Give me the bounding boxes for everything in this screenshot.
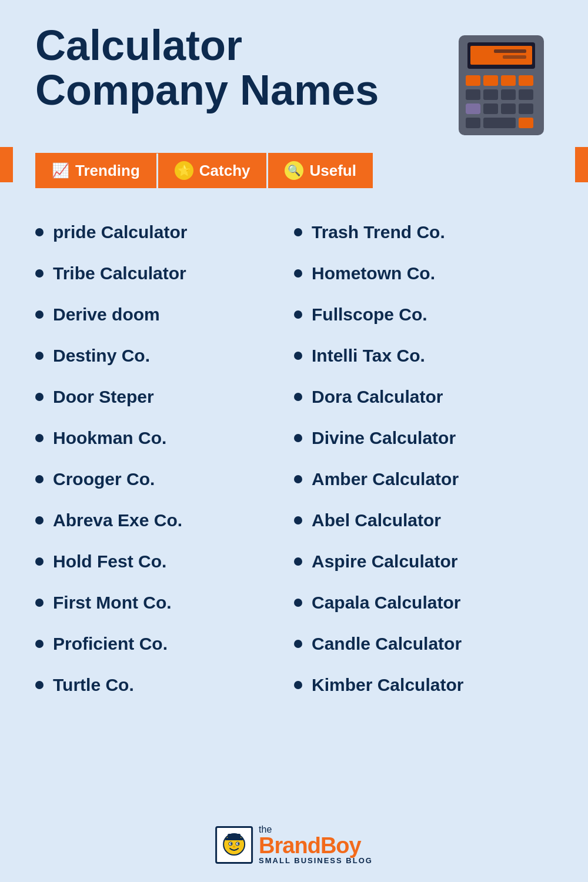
svg-rect-10: [483, 89, 498, 100]
page: Calculator Company Names: [0, 0, 588, 882]
tag-trending[interactable]: 📈 Trending: [35, 153, 158, 188]
svg-rect-9: [466, 89, 480, 100]
bullet-icon: [294, 557, 302, 566]
bullet-icon: [294, 269, 302, 278]
bullet-icon: [35, 393, 44, 401]
svg-rect-14: [483, 103, 498, 114]
list-item: Amber Calculator: [294, 459, 553, 500]
svg-rect-8: [519, 75, 533, 86]
bullet-icon: [35, 310, 44, 319]
tag-catchy-label: Catchy: [199, 162, 250, 180]
brand-icon: [215, 826, 253, 864]
bullet-icon: [294, 434, 302, 442]
right-accent: [575, 147, 588, 182]
svg-rect-7: [501, 75, 516, 86]
list-item: Door Steper: [35, 376, 294, 417]
list-item: Aspire Calculator: [294, 541, 553, 582]
svg-rect-5: [466, 75, 480, 86]
bullet-icon: [294, 475, 302, 483]
list-item: Tribe Calculator: [35, 253, 294, 294]
list-item: First Mont Co.: [35, 582, 294, 623]
bullet-icon: [35, 557, 44, 566]
svg-rect-11: [501, 89, 516, 100]
brand-text: the BrandBoy SMALL BUSINESS BLOG: [259, 825, 373, 864]
bullet-icon: [35, 640, 44, 648]
svg-point-26: [230, 843, 232, 844]
trending-icon: 📈: [52, 162, 69, 179]
svg-rect-15: [501, 103, 516, 114]
bullet-icon: [35, 475, 44, 483]
brand-name-label: BrandBoy: [259, 834, 373, 857]
bullet-icon: [35, 269, 44, 278]
bullet-icon: [294, 681, 302, 689]
catchy-icon: ⭐: [175, 161, 193, 180]
svg-rect-20: [466, 103, 480, 114]
svg-rect-18: [483, 118, 516, 128]
footer: the BrandBoy SMALL BUSINESS BLOG: [215, 825, 373, 864]
bullet-icon: [294, 640, 302, 648]
bullet-icon: [35, 599, 44, 607]
svg-rect-12: [519, 89, 533, 100]
bullet-icon: [294, 599, 302, 607]
list-item: Hometown Co.: [294, 253, 553, 294]
list-item: Abreva Exe Co.: [35, 500, 294, 541]
tags-bar: 📈 Trending ⭐ Catchy 🔍 Useful: [35, 153, 373, 188]
svg-rect-4: [503, 55, 526, 59]
list-item: Capala Calculator: [294, 582, 553, 623]
calculator-icon: [447, 29, 553, 141]
list-item: Destiny Co.: [35, 335, 294, 376]
list-item: Proficient Co.: [35, 623, 294, 664]
svg-rect-17: [466, 118, 480, 128]
list-item: Divine Calculator: [294, 417, 553, 459]
list-item: Candle Calculator: [294, 623, 553, 664]
bullet-icon: [35, 681, 44, 689]
svg-rect-19: [519, 118, 533, 128]
list-item: Trash Trend Co.: [294, 212, 553, 253]
bullet-icon: [35, 228, 44, 236]
names-grid: pride Calculator Tribe Calculator Derive…: [35, 212, 553, 706]
brand-logo: the BrandBoy SMALL BUSINESS BLOG: [215, 825, 373, 864]
list-item: Derive doom: [35, 294, 294, 335]
list-item: Fullscope Co.: [294, 294, 553, 335]
svg-rect-16: [519, 103, 533, 114]
svg-rect-23: [225, 838, 243, 840]
list-item: pride Calculator: [35, 212, 294, 253]
list-item: Dora Calculator: [294, 376, 553, 417]
bullet-icon: [294, 228, 302, 236]
bullet-icon: [35, 516, 44, 524]
svg-rect-6: [483, 75, 498, 86]
bullet-icon: [294, 393, 302, 401]
left-accent: [0, 147, 13, 182]
svg-rect-3: [494, 49, 526, 53]
header: Calculator Company Names: [35, 24, 553, 141]
bullet-icon: [294, 310, 302, 319]
svg-point-27: [238, 843, 239, 844]
bullet-icon: [294, 352, 302, 360]
list-item: Intelli Tax Co.: [294, 335, 553, 376]
list-item: Turtle Co.: [35, 664, 294, 706]
tag-useful[interactable]: 🔍 Useful: [268, 153, 372, 188]
bullet-icon: [35, 434, 44, 442]
list-item: Abel Calculator: [294, 500, 553, 541]
tag-useful-label: Useful: [309, 162, 356, 180]
bullet-icon: [294, 516, 302, 524]
list-item: Kimber Calculator: [294, 664, 553, 706]
left-column: pride Calculator Tribe Calculator Derive…: [35, 212, 294, 706]
page-title: Calculator Company Names: [35, 24, 447, 112]
list-item: Hold Fest Co.: [35, 541, 294, 582]
bullet-icon: [35, 352, 44, 360]
useful-icon: 🔍: [285, 161, 303, 180]
tag-catchy[interactable]: ⭐ Catchy: [158, 153, 269, 188]
list-item: Crooger Co.: [35, 459, 294, 500]
svg-point-28: [233, 846, 235, 847]
title-block: Calculator Company Names: [35, 24, 447, 112]
brand-tagline: SMALL BUSINESS BLOG: [259, 857, 373, 864]
tag-trending-label: Trending: [75, 162, 140, 180]
right-column: Trash Trend Co. Hometown Co. Fullscope C…: [294, 212, 553, 706]
list-item: Hookman Co.: [35, 417, 294, 459]
